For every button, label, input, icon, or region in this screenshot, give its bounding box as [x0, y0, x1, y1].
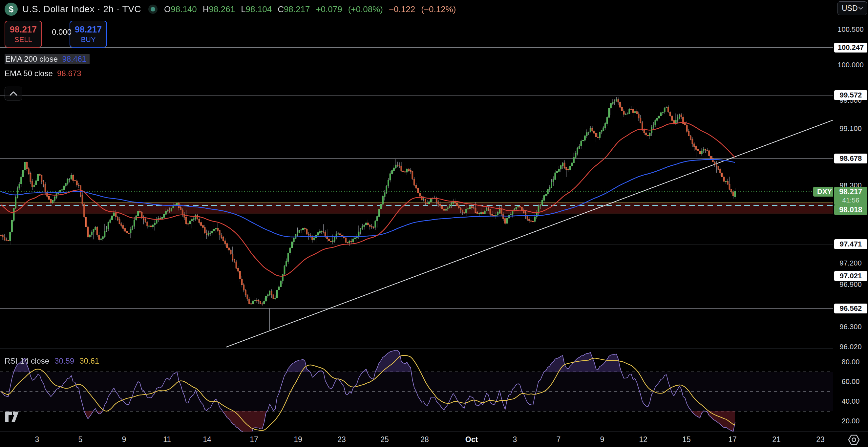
low-key: L — [241, 4, 245, 14]
time-tick: 25 — [380, 435, 389, 444]
low-value: 98.104 — [246, 4, 272, 14]
rsi-tick: 20.00 — [833, 417, 868, 425]
open-key: O — [164, 4, 170, 14]
currency-selector-button[interactable]: USD — [837, 1, 867, 15]
change-abs: +0.079 — [316, 4, 342, 14]
rsi-legend-row[interactable]: RSI 14 close 30.59 30.61 — [5, 356, 99, 366]
price-tick: 96.900 — [833, 280, 868, 289]
rsi-tick: 60.00 — [833, 378, 868, 386]
rsi-tick: 80.00 — [833, 358, 868, 366]
rsi-value: 30.59 — [55, 356, 74, 366]
symbol-title[interactable]: U.S. Dollar Index · 2h · TVC — [22, 4, 141, 14]
collapse-legend-button[interactable] — [5, 87, 22, 100]
rsi-label: RSI 14 close — [5, 356, 49, 366]
ema50-row[interactable]: EMA 50 close 98.673 — [5, 68, 456, 80]
time-tick: 19 — [294, 435, 302, 444]
time-tick: 28 — [421, 435, 429, 444]
high-value: 98.261 — [209, 4, 235, 14]
time-tick: 17 — [728, 435, 737, 444]
price-level-badge[interactable]: 97.021 — [834, 271, 867, 281]
price-level-badge[interactable]: 98.678 — [834, 154, 867, 163]
time-tick: 5 — [79, 435, 83, 444]
rsi-tick: 40.00 — [833, 397, 868, 406]
price-level-badge[interactable]: 96.562 — [834, 304, 867, 314]
market-status-icon[interactable] — [148, 5, 157, 14]
ema50-label: EMA 50 close 98.673 — [5, 69, 82, 78]
ema200-row[interactable]: EMA 200 close 98.461 — [5, 53, 456, 65]
ohlc-values: O98.140 H98.261 L98.104 C98.217 +0.079 (… — [164, 4, 456, 14]
rsi-ma-value: 30.61 — [80, 356, 99, 366]
price-level-badge[interactable]: 100.247 — [834, 43, 867, 53]
time-tick: 3 — [35, 435, 39, 444]
price-axis[interactable]: USD 100.500100.00099.50099.10098.30097.2… — [833, 0, 868, 431]
time-tick: 21 — [772, 435, 781, 444]
change-pct: (+0.08%) — [348, 4, 383, 14]
axis-corner-divider — [833, 432, 833, 447]
price-tick: 97.200 — [833, 259, 868, 267]
price-level-badge[interactable]: 97.471 — [834, 239, 867, 249]
chart-window: $ U.S. Dollar Index · 2h · TVC O98.140 H… — [0, 0, 868, 447]
price-tick: 100.000 — [833, 61, 868, 69]
time-tick: 11 — [163, 435, 171, 444]
time-tick: 23 — [337, 435, 346, 444]
chevron-up-icon — [9, 91, 18, 96]
time-tick: Oct — [465, 435, 478, 444]
price-tick: 100.500 — [833, 25, 868, 34]
sell-label: SELL — [14, 35, 32, 44]
tradingview-logo-icon[interactable] — [5, 410, 20, 425]
time-tick: 9 — [122, 435, 126, 444]
spread-value: 0.000 — [48, 28, 75, 37]
change2-pct: (−0.12%) — [421, 4, 456, 14]
trade-panel: 98.217 SELL 0.000 98.217 BUY — [5, 20, 456, 48]
open-value: 98.140 — [170, 4, 197, 14]
price-level-badge[interactable]: 99.572 — [834, 90, 867, 100]
chart-legend: $ U.S. Dollar Index · 2h · TVC O98.140 H… — [5, 2, 456, 100]
time-tick: 15 — [682, 435, 691, 444]
bar-countdown: 41:56 — [834, 196, 867, 205]
time-axis[interactable]: 35911141719232528Oct3791215172123 — [0, 431, 868, 447]
time-tick: 12 — [639, 435, 648, 444]
time-tick: 3 — [513, 435, 517, 444]
current-price-badge[interactable]: 98.21741:56 — [834, 187, 867, 205]
symbol-row[interactable]: $ U.S. Dollar Index · 2h · TVC O98.140 H… — [5, 2, 456, 17]
price-tick: 96.020 — [833, 342, 868, 351]
time-tick: 9 — [600, 435, 604, 444]
currency-label: USD — [842, 4, 858, 13]
close-key: C — [278, 4, 284, 14]
buy-price: 98.217 — [75, 25, 102, 35]
time-tick: 23 — [816, 435, 825, 444]
price-tick: 99.100 — [833, 124, 868, 133]
ema200-value: 98.461 — [62, 55, 86, 63]
time-tick: 7 — [557, 435, 561, 444]
buy-label: BUY — [81, 35, 95, 44]
time-tick: 17 — [250, 435, 258, 444]
price-tick: 96.300 — [833, 323, 868, 331]
ema200-label: EMA 200 close 98.461 — [5, 54, 90, 64]
close-value: 98.217 — [284, 4, 310, 14]
current-price-value: 98.217 — [834, 187, 867, 196]
high-key: H — [203, 4, 209, 14]
chevron-down-icon — [858, 6, 863, 10]
sell-button[interactable]: 98.217 SELL — [5, 21, 42, 48]
ema50-value: 98.673 — [57, 69, 81, 78]
settings-icon[interactable] — [847, 434, 861, 447]
order-price-badge[interactable]: 98.018 — [834, 205, 867, 215]
symbol-price-line-label[interactable]: DXY — [813, 187, 836, 197]
change2-abs: −0.122 — [389, 4, 415, 14]
symbol-logo-icon: $ — [5, 3, 18, 16]
sell-price: 98.217 — [10, 25, 37, 35]
time-tick: 14 — [203, 435, 211, 444]
